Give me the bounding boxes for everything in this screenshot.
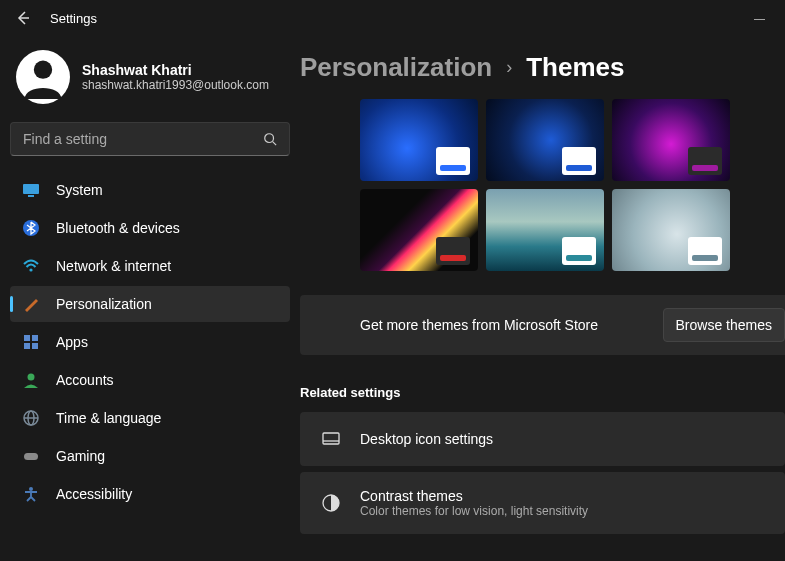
svg-point-6 xyxy=(29,268,32,271)
store-text: Get more themes from Microsoft Store xyxy=(360,317,651,333)
wifi-icon xyxy=(22,257,40,275)
apps-icon xyxy=(22,333,40,351)
minimize-button[interactable]: ― xyxy=(754,12,765,24)
svg-rect-8 xyxy=(32,335,38,341)
globe-icon xyxy=(22,409,40,427)
svg-point-16 xyxy=(29,487,33,491)
sidebar-item-bluetooth[interactable]: Bluetooth & devices xyxy=(10,210,290,246)
theme-accent-chip xyxy=(436,237,470,265)
contrast-themes-card[interactable]: Contrast themes Color themes for low vis… xyxy=(300,472,785,534)
sidebar-item-time[interactable]: Time & language xyxy=(10,400,290,436)
breadcrumb-current: Themes xyxy=(526,52,624,83)
person-icon xyxy=(22,371,40,389)
browse-themes-button[interactable]: Browse themes xyxy=(663,308,785,342)
gamepad-icon xyxy=(22,447,40,465)
back-button[interactable] xyxy=(10,5,36,31)
main-content: Personalization › Themes Get more themes… xyxy=(300,36,785,561)
theme-accent-chip xyxy=(688,237,722,265)
breadcrumb-parent[interactable]: Personalization xyxy=(300,52,492,83)
sidebar-item-personalization[interactable]: Personalization xyxy=(10,286,290,322)
breadcrumb: Personalization › Themes xyxy=(300,52,785,99)
theme-accent-chip xyxy=(688,147,722,175)
svg-rect-17 xyxy=(323,433,339,444)
svg-rect-10 xyxy=(32,343,38,349)
related-item-sub: Color themes for low vision, light sensi… xyxy=(360,504,588,518)
bluetooth-icon xyxy=(22,219,40,237)
sidebar-item-label: Apps xyxy=(56,334,88,350)
sidebar-item-accessibility[interactable]: Accessibility xyxy=(10,476,290,512)
arrow-left-icon xyxy=(15,10,31,26)
nav-list: SystemBluetooth & devicesNetwork & inter… xyxy=(10,172,290,512)
related-heading: Related settings xyxy=(300,385,785,400)
svg-rect-15 xyxy=(24,453,38,460)
sidebar-item-apps[interactable]: Apps xyxy=(10,324,290,360)
sidebar-item-label: Accessibility xyxy=(56,486,132,502)
sidebar-item-system[interactable]: System xyxy=(10,172,290,208)
brush-icon xyxy=(22,295,40,313)
sidebar-item-label: Personalization xyxy=(56,296,152,312)
search-input[interactable] xyxy=(23,131,263,147)
theme-tile[interactable] xyxy=(486,189,604,271)
profile-name: Shashwat Khatri xyxy=(82,62,269,78)
titlebar: Settings ― xyxy=(0,0,785,36)
profile-email: shashwat.khatri1993@outlook.com xyxy=(82,78,269,92)
search-box[interactable] xyxy=(10,122,290,156)
theme-tile[interactable] xyxy=(360,189,478,271)
svg-rect-9 xyxy=(24,343,30,349)
sidebar-item-label: Gaming xyxy=(56,448,105,464)
svg-point-0 xyxy=(34,61,52,79)
monitor-icon xyxy=(22,181,40,199)
sidebar-item-accounts[interactable]: Accounts xyxy=(10,362,290,398)
svg-rect-4 xyxy=(28,195,34,197)
sidebar-item-gaming[interactable]: Gaming xyxy=(10,438,290,474)
theme-accent-chip xyxy=(436,147,470,175)
sidebar-item-label: Accounts xyxy=(56,372,114,388)
sidebar-item-label: Bluetooth & devices xyxy=(56,220,180,236)
chevron-right-icon: › xyxy=(506,57,512,78)
accessibility-icon xyxy=(22,485,40,503)
svg-rect-7 xyxy=(24,335,30,341)
svg-rect-3 xyxy=(23,184,39,194)
window-title: Settings xyxy=(50,11,97,26)
theme-tile[interactable] xyxy=(486,99,604,181)
theme-tile[interactable] xyxy=(360,99,478,181)
profile-block[interactable]: Shashwat Khatri shashwat.khatri1993@outl… xyxy=(10,44,290,118)
sidebar-item-label: Network & internet xyxy=(56,258,171,274)
person-icon xyxy=(21,55,65,99)
sidebar-item-label: System xyxy=(56,182,103,198)
svg-line-2 xyxy=(273,142,277,146)
theme-tile[interactable] xyxy=(612,99,730,181)
theme-accent-chip xyxy=(562,147,596,175)
sidebar: Shashwat Khatri shashwat.khatri1993@outl… xyxy=(0,36,300,561)
avatar xyxy=(16,50,70,104)
svg-point-11 xyxy=(28,374,35,381)
sidebar-item-label: Time & language xyxy=(56,410,161,426)
desktop-icon xyxy=(320,428,342,450)
theme-accent-chip xyxy=(562,237,596,265)
contrast-icon xyxy=(320,492,342,514)
search-icon xyxy=(263,132,277,146)
related-item-title: Contrast themes xyxy=(360,488,588,504)
desktop-icon-settings-card[interactable]: Desktop icon settings xyxy=(300,412,785,466)
related-item-title: Desktop icon settings xyxy=(360,431,493,447)
store-bar: Get more themes from Microsoft Store Bro… xyxy=(300,295,785,355)
sidebar-item-network[interactable]: Network & internet xyxy=(10,248,290,284)
theme-tile[interactable] xyxy=(612,189,730,271)
themes-grid xyxy=(360,99,785,271)
svg-point-1 xyxy=(265,134,274,143)
